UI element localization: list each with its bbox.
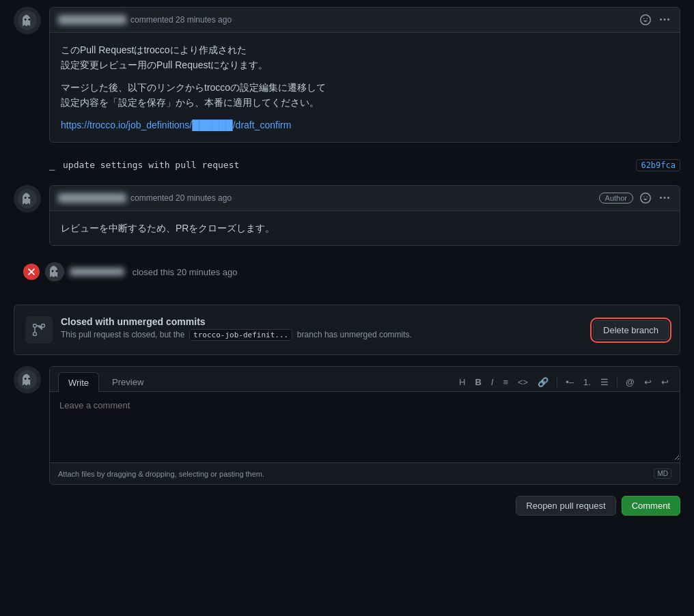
compose-textarea[interactable] <box>50 392 680 460</box>
toolbar-reference[interactable]: ↩ <box>641 376 654 389</box>
toolbar-italic[interactable]: I <box>488 376 497 389</box>
svg-point-13 <box>25 378 27 380</box>
timeline: commented 28 minutes ago このPull Requestは… <box>0 0 694 305</box>
compose-footer: Attach files by dragging & dropping, sel… <box>50 462 680 484</box>
comment-header-left-1: commented 28 minutes ago <box>58 15 232 25</box>
comment-header-right-2: Author <box>599 191 671 205</box>
more-button-1[interactable] <box>658 13 671 27</box>
comment-block-2: commented 20 minutes ago Author レビューを中断す… <box>14 185 680 246</box>
comment-link-1[interactable]: https://trocco.io/job_definitions/██████… <box>61 120 291 130</box>
comment-header-1: commented 28 minutes ago <box>50 8 680 33</box>
comment-body-1: このPull Requestはtroccoにより作成された 設定変更レビュー用の… <box>50 33 680 142</box>
branch-badge[interactable]: trocco-job-definit... <box>189 329 292 341</box>
closed-event: closed this 20 minutes ago <box>14 257 680 287</box>
avatar-1 <box>14 7 41 34</box>
compose-block: Write Preview H B I ≡ <> 🔗 •– 1. ☰ @ ↩ <box>14 366 680 485</box>
commit-line: ⎯ update settings with pull request 62b9… <box>14 154 680 177</box>
comment-body-2: レビューを中断するため、PRをクローズします。 <box>50 211 680 245</box>
toolbar-task-list[interactable]: ☰ <box>598 376 611 389</box>
compose-tabs: Write Preview H B I ≡ <> 🔗 •– 1. ☰ @ ↩ <box>50 367 680 392</box>
comment-body-line1: このPull Requestはtroccoにより作成された 設定変更レビュー用の… <box>61 42 669 73</box>
avatar-compose <box>14 366 41 393</box>
commit-hash[interactable]: 62b9fca <box>636 159 680 171</box>
commit-message: update settings with pull request <box>63 160 628 170</box>
svg-point-2 <box>28 18 30 20</box>
toolbar-link[interactable]: 🔗 <box>535 376 551 389</box>
svg-point-4 <box>25 197 27 199</box>
markdown-badge: MD <box>654 468 671 479</box>
delete-branch-button[interactable]: Delete branch <box>593 320 669 340</box>
compose-tabs-left: Write Preview <box>58 372 154 391</box>
attach-text: Attach files by dragging & dropping, sel… <box>58 470 264 478</box>
actions-row: Reopen pull request Comment <box>14 496 680 516</box>
unmerged-left: Closed with unmerged commits This pull r… <box>25 316 412 344</box>
more-button-2[interactable] <box>658 191 671 205</box>
tab-preview[interactable]: Preview <box>102 372 154 391</box>
svg-point-8 <box>56 270 58 272</box>
commit-icon: ⎯ <box>49 160 55 171</box>
unmerged-text: Closed with unmerged commits This pull r… <box>61 316 412 339</box>
comment-body-2-text: レビューを中断するため、PRをクローズします。 <box>61 221 669 236</box>
comment-header-left-2: commented 20 minutes ago <box>58 193 232 203</box>
toolbar-undo[interactable]: ↩ <box>658 376 671 389</box>
toolbar-code[interactable]: <> <box>515 376 531 389</box>
author-badge: Author <box>599 193 633 204</box>
username-blur-1 <box>58 15 126 25</box>
svg-point-14 <box>28 378 30 380</box>
comment-header-2: commented 20 minutes ago Author <box>50 186 680 211</box>
svg-point-5 <box>28 197 30 199</box>
comment-header-right-1 <box>639 13 671 27</box>
closed-text: closed this 20 minutes ago <box>130 267 238 277</box>
compose-card: Write Preview H B I ≡ <> 🔗 •– 1. ☰ @ ↩ <box>49 366 680 485</box>
unmerged-title: Closed with unmerged commits <box>61 316 412 327</box>
avatar-2 <box>14 185 41 212</box>
comment-card-1: commented 28 minutes ago このPull Requestは… <box>49 7 680 143</box>
compose-toolbar: H B I ≡ <> 🔗 •– 1. ☰ @ ↩ ↩ <box>456 373 671 391</box>
comment-time-2: commented 20 minutes ago <box>130 193 232 203</box>
comment-time-1: commented 28 minutes ago <box>130 15 232 25</box>
emoji-button-2[interactable] <box>639 191 652 205</box>
unmerged-description: This pull request is closed, but the tro… <box>61 330 412 339</box>
closed-username <box>70 268 124 276</box>
svg-point-7 <box>52 270 54 272</box>
closed-icon <box>23 264 40 280</box>
comment-body-line2: マージした後、以下のリンクからtroccoの設定編集に遷移して 設定内容を「設定… <box>61 80 669 111</box>
git-icon-box <box>25 316 53 344</box>
closed-avatar <box>45 262 64 281</box>
comment-button[interactable]: Comment <box>622 496 680 516</box>
page-wrapper: commented 28 minutes ago このPull Requestは… <box>0 0 694 529</box>
toolbar-mention[interactable]: @ <box>623 376 637 389</box>
emoji-button-1[interactable] <box>639 13 652 27</box>
tab-write[interactable]: Write <box>58 372 99 392</box>
unmerged-banner: Closed with unmerged commits This pull r… <box>14 305 680 355</box>
reopen-button[interactable]: Reopen pull request <box>516 496 615 516</box>
toolbar-heading[interactable]: H <box>456 376 468 389</box>
toolbar-unordered-list[interactable]: •– <box>563 376 577 389</box>
toolbar-divider-2 <box>617 376 617 387</box>
toolbar-divider <box>557 376 557 387</box>
comment-card-2: commented 20 minutes ago Author レビューを中断す… <box>49 185 680 246</box>
username-blur-2 <box>58 193 126 203</box>
comment-block-1: commented 28 minutes ago このPull Requestは… <box>14 7 680 143</box>
svg-point-11 <box>42 324 45 328</box>
svg-point-1 <box>25 18 27 20</box>
toolbar-ordered-list[interactable]: 1. <box>581 376 594 389</box>
toolbar-quote[interactable]: ≡ <box>500 376 511 389</box>
toolbar-bold[interactable]: B <box>472 376 484 389</box>
